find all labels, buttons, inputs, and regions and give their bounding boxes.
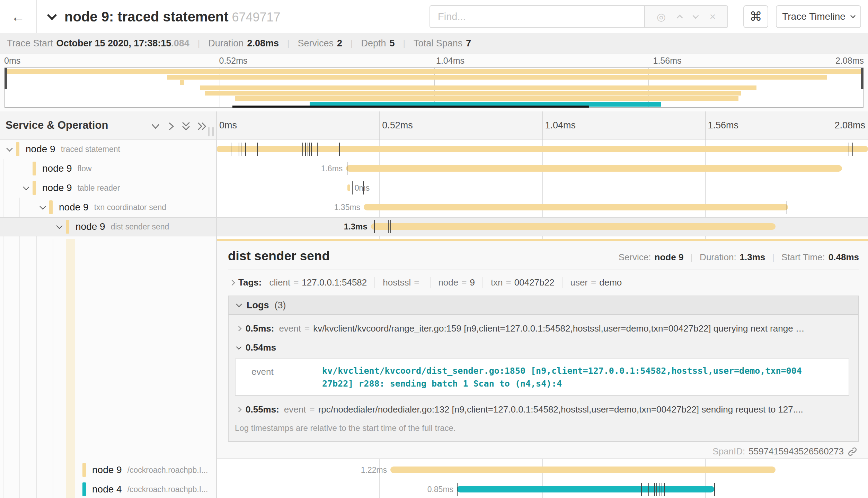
expand-one-icon[interactable] — [165, 120, 177, 132]
locate-icon[interactable]: ◎ — [657, 11, 666, 23]
operation-name: txn coordinator send — [94, 203, 166, 212]
chevron-down-icon — [39, 203, 46, 209]
log-marker-tick — [347, 162, 347, 175]
span-duration-label: 1.3ms — [216, 217, 367, 236]
span-bar-cell[interactable]: 0ms — [216, 178, 868, 198]
minimap-span-bar — [167, 75, 827, 80]
span-bar[interactable] — [364, 204, 788, 210]
span-row[interactable]: node 9dist sender send1.3ms — [0, 217, 868, 236]
deep-link-icon[interactable] — [847, 446, 858, 457]
collapse-trace-chevron-icon[interactable] — [47, 10, 57, 20]
trace-stat: Depth5 — [361, 38, 395, 49]
span-id-value: 5597415943526560273 — [749, 446, 844, 457]
prev-result-icon[interactable] — [677, 13, 682, 20]
span-id-label: SpanID: — [712, 446, 745, 457]
collapse-one-icon[interactable] — [150, 120, 161, 132]
trace-stat: Duration2.08ms — [208, 38, 279, 49]
span-bar-cell[interactable]: 1.6ms — [216, 159, 868, 178]
tag-key: user — [570, 277, 588, 288]
stat-label: Trace Start — [7, 38, 53, 48]
tag-equals: = — [414, 277, 419, 288]
span-row[interactable]: node 9traced statement — [0, 139, 868, 159]
log-row[interactable]: 0.5ms:event=kv/kvclient/kvcoord/range_it… — [229, 323, 858, 334]
log-marker-tick — [257, 143, 258, 156]
log-field-value: kv/kvclient/kvcoord/dist_sender.go:1850 … — [322, 364, 802, 390]
span-detail-panel: dist sender send Service:node 9 | Durati… — [216, 239, 868, 459]
expand-chevron-slot[interactable] — [19, 187, 33, 189]
stat-separator: | — [403, 38, 406, 48]
back-button[interactable]: ← — [0, 0, 37, 33]
span-bar-cell[interactable] — [216, 139, 868, 159]
logs-label: Logs — [247, 300, 269, 311]
clear-search-icon[interactable]: × — [710, 11, 716, 22]
log-marker-tick — [659, 483, 659, 496]
span-bar[interactable] — [457, 486, 714, 492]
expand-chevron-slot[interactable] — [36, 206, 49, 209]
minimap-span-bar — [235, 96, 738, 101]
minimap-tick-label: 1.04ms — [436, 56, 464, 66]
stat-value: 5 — [390, 38, 395, 48]
stat-label: Duration — [208, 38, 243, 48]
tag-item: node=9 — [430, 277, 482, 288]
span-row[interactable]: node 9table reader0ms — [0, 178, 868, 198]
chevron-down-icon — [6, 145, 12, 151]
span-bar-cell[interactable]: 1.22ms — [216, 460, 868, 480]
log-marker-tick — [664, 483, 665, 496]
log-marker-tick — [852, 143, 853, 156]
tag-item: txn=00427b22 — [482, 277, 562, 288]
timeline-tick-label: 1.56ms — [708, 120, 739, 130]
span-bar[interactable] — [216, 146, 868, 152]
chevron-down-icon — [236, 301, 242, 307]
indent-guide — [36, 217, 37, 498]
span-row[interactable]: node 9txn coordinator send1.35ms — [0, 198, 868, 217]
service-name: node 9 — [76, 221, 105, 232]
expand-all-icon[interactable] — [196, 120, 207, 132]
span-row[interactable]: node 9flow1.6ms — [0, 159, 868, 178]
collapse-all-icon[interactable] — [180, 120, 192, 132]
log-row-expanded-header[interactable]: 0.54ms — [229, 342, 858, 353]
column-resizer-grip[interactable] — [208, 127, 214, 136]
service-value: node 9 — [655, 252, 684, 263]
log-equals: = — [309, 404, 315, 415]
operation-name: traced statement — [61, 145, 120, 154]
logs-header[interactable]: Logs (3) — [229, 296, 858, 315]
logs-box: Logs (3) 0.5ms:event=kv/kvclient/kvcoord… — [228, 296, 859, 442]
span-bar[interactable] — [346, 165, 842, 172]
expand-chevron-slot[interactable] — [53, 225, 66, 228]
minimap-tick-label: 0.52ms — [219, 56, 248, 66]
keyboard-shortcuts-button[interactable]: ⌘ — [743, 5, 768, 28]
view-range-right-handle[interactable] — [861, 68, 863, 89]
span-bar[interactable] — [390, 467, 776, 473]
span-bar-cell[interactable]: 0.85ms — [216, 480, 868, 498]
span-row[interactable]: node 4/cockroach.roachpb.I...0.85ms — [0, 480, 868, 498]
span-bar[interactable] — [371, 223, 776, 230]
log-marker-tick — [787, 201, 787, 214]
log-row[interactable]: 0.55ms:event=rpc/nodedialer/nodedialer.g… — [229, 404, 858, 415]
span-row[interactable]: node 9/cockroach.roachpb.I...1.22ms — [0, 460, 868, 480]
view-range-left-handle[interactable] — [5, 68, 7, 89]
find-controls: ◎ × — [645, 5, 728, 28]
log-marker-tick — [656, 483, 657, 496]
stat-label: Total Spans — [414, 38, 462, 48]
indent-guide — [19, 198, 20, 498]
log-field-key: event — [236, 364, 322, 390]
tags-row[interactable]: Tags: client=127.0.0.1:54582hostssl=node… — [228, 277, 859, 288]
expand-chevron-slot[interactable] — [3, 148, 16, 151]
minimap-tick-label: 1.56ms — [653, 56, 682, 66]
search-input[interactable] — [429, 5, 645, 28]
tag-value: 127.0.0.1:54582 — [302, 277, 367, 288]
span-bar[interactable] — [347, 184, 350, 191]
trace-view-dropdown[interactable]: Trace Timeline — [776, 5, 861, 28]
log-marker-tick — [714, 483, 715, 496]
log-marker-tick — [311, 143, 312, 156]
minimap-tick-label: 0ms — [4, 56, 20, 66]
span-bar-cell[interactable]: 1.3ms — [216, 217, 868, 236]
log-marker-tick — [641, 483, 642, 496]
span-detail-title: dist sender send — [228, 249, 330, 263]
next-result-icon[interactable] — [693, 16, 698, 18]
minimap-canvas[interactable] — [5, 67, 863, 108]
log-marker-tick — [339, 143, 340, 156]
stat-separator: | — [287, 38, 290, 48]
span-bar-cell[interactable]: 1.35ms — [216, 198, 868, 217]
header-gridline — [379, 111, 380, 139]
